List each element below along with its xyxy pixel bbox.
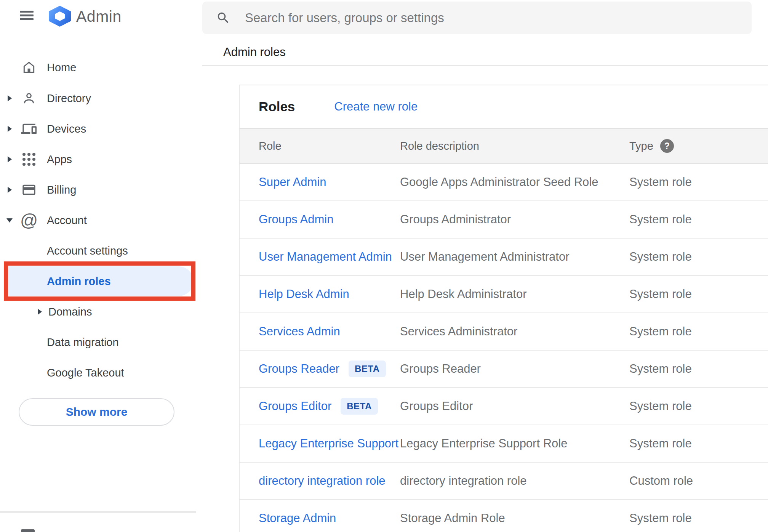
sidebar-item-apps[interactable]: Apps — [0, 144, 196, 175]
role-description: Groups Editor — [400, 399, 629, 413]
table-row: Groups Editor BETA Groups Editor System … — [240, 388, 768, 425]
sidebar-item-label: Google Takeout — [47, 367, 124, 379]
sidebar-item-domains[interactable]: Domains — [0, 296, 196, 327]
role-link[interactable]: Help Desk Admin — [259, 287, 349, 301]
sidebar-item-label: Account — [47, 214, 87, 227]
role-type: System role — [629, 213, 768, 226]
sidebar-item-billing[interactable]: Billing — [0, 175, 196, 205]
sidebar-item-devices[interactable]: Devices — [0, 114, 196, 144]
table-row: Groups Reader BETA Groups Reader System … — [240, 351, 768, 388]
sidebar-divider — [0, 511, 196, 513]
table-row: User Management Admin User Management Ad… — [240, 239, 768, 276]
sidebar-item-label: Apps — [47, 153, 72, 166]
expand-arrow-icon[interactable] — [8, 95, 12, 101]
role-type: System role — [629, 250, 768, 264]
panel-title: Roles — [259, 99, 295, 114]
role-type: System role — [629, 175, 768, 189]
role-description: User Management Administrator — [400, 250, 629, 264]
clipped-icon — [21, 529, 35, 532]
sidebar-item-label: Admin roles — [47, 275, 111, 288]
role-description: Help Desk Administrator — [400, 287, 629, 301]
role-link[interactable]: Groups Admin — [259, 213, 333, 226]
sidebar-item-label: Account settings — [47, 245, 128, 257]
breadcrumb: Admin roles — [223, 45, 286, 59]
table-row: Groups Admin Groups Administrator System… — [240, 201, 768, 239]
sidebar-item-label: Home — [47, 61, 76, 74]
show-more-button[interactable]: Show more — [19, 398, 174, 426]
sidebar-item-admin-roles[interactable]: Admin roles — [0, 266, 196, 296]
role-link[interactable]: Storage Admin — [259, 511, 336, 525]
table-row: Super Admin Google Apps Administrator Se… — [240, 164, 768, 201]
role-link[interactable]: Groups Editor — [259, 399, 331, 413]
table-row: Legacy Enterprise Support Legacy Enterpr… — [240, 425, 768, 463]
role-description: Google Apps Administrator Seed Role — [400, 175, 629, 189]
sidebar-item-label: Billing — [47, 184, 76, 196]
role-link[interactable]: User Management Admin — [259, 250, 392, 264]
role-description: directory integration role — [400, 474, 629, 488]
app-title: Admin — [76, 8, 122, 26]
search-icon — [216, 11, 230, 25]
sidebar-item-label: Domains — [48, 306, 92, 318]
table-row: Help Desk Admin Help Desk Administrator … — [240, 276, 768, 313]
sidebar: Admin Home Directory Devices — [0, 0, 196, 532]
column-header-role: Role — [259, 140, 400, 152]
role-type: Custom role — [629, 474, 768, 488]
role-link[interactable]: Legacy Enterprise Support — [259, 437, 398, 450]
role-description: Services Administrator — [400, 325, 629, 338]
sidebar-item-home[interactable]: Home — [0, 52, 196, 83]
role-description: Storage Admin Role — [400, 511, 629, 525]
role-type: System role — [629, 325, 768, 338]
role-type: System role — [629, 511, 768, 525]
roles-panel-header: Roles Create new role — [240, 85, 768, 128]
home-icon — [21, 59, 37, 76]
roles-table-body: Super Admin Google Apps Administrator Se… — [240, 164, 768, 532]
header-divider — [202, 65, 768, 66]
role-description: Legacy Enterprise Support Role — [400, 437, 629, 450]
person-icon — [21, 90, 37, 107]
role-type: System role — [629, 437, 768, 450]
column-header-type: Type ? — [629, 139, 768, 153]
sidebar-item-label: Devices — [47, 123, 86, 135]
help-icon[interactable]: ? — [660, 139, 674, 153]
credit-card-icon — [21, 181, 37, 198]
sidebar-item-label: Directory — [47, 92, 91, 105]
sidebar-item-label: Data migration — [47, 336, 119, 349]
collapse-arrow-icon[interactable] — [6, 218, 13, 223]
at-sign-icon: @ — [21, 212, 37, 229]
sidebar-item-account[interactable]: @ Account — [0, 205, 196, 236]
sidebar-item-directory[interactable]: Directory — [0, 83, 196, 114]
sidebar-item-data-migration[interactable]: Data migration — [0, 327, 196, 357]
roles-panel: Roles Create new role Role Role descript… — [239, 85, 768, 532]
role-link[interactable]: Groups Reader — [259, 362, 339, 376]
table-row: directory integration role directory int… — [240, 463, 768, 500]
role-description: Groups Reader — [400, 362, 629, 376]
column-header-description: Role description — [400, 140, 629, 152]
beta-badge: BETA — [341, 398, 378, 415]
table-row: Services Admin Services Administrator Sy… — [240, 313, 768, 351]
role-link[interactable]: directory integration role — [259, 474, 386, 488]
search-bar — [202, 2, 752, 34]
role-type: System role — [629, 399, 768, 413]
expand-arrow-icon[interactable] — [38, 309, 42, 315]
table-header-row: Role Role description Type ? — [240, 128, 768, 164]
expand-arrow-icon[interactable] — [8, 126, 12, 132]
role-type: System role — [629, 287, 768, 301]
apps-grid-icon — [21, 151, 37, 168]
role-description: Groups Administrator — [400, 213, 629, 226]
beta-badge: BETA — [349, 361, 386, 377]
role-link[interactable]: Services Admin — [259, 325, 340, 338]
role-link[interactable]: Super Admin — [259, 175, 326, 189]
sidebar-item-account-settings[interactable]: Account settings — [0, 236, 196, 266]
table-row: Storage Admin Storage Admin Role System … — [240, 500, 768, 532]
column-header-type-label: Type — [629, 140, 653, 152]
admin-logo-icon — [49, 6, 71, 27]
devices-icon — [21, 120, 37, 137]
sidebar-item-google-takeout[interactable]: Google Takeout — [0, 357, 196, 388]
search-input[interactable] — [245, 2, 740, 34]
role-type: System role — [629, 362, 768, 376]
expand-arrow-icon[interactable] — [8, 156, 12, 162]
menu-icon[interactable] — [20, 11, 34, 21]
create-new-role-link[interactable]: Create new role — [334, 100, 418, 114]
expand-arrow-icon[interactable] — [8, 187, 12, 193]
